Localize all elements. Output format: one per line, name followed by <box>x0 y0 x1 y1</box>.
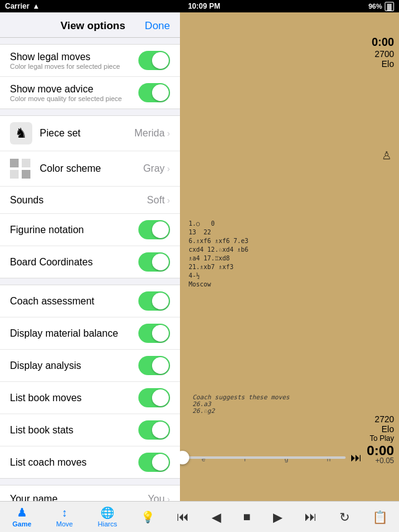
row-piece-set[interactable]: ♞ Piece set Merida › <box>0 116 180 151</box>
bottom-bar: ♟ Game ↕ Move 🌐 Hiarcs 💡 ⏮ ◀ ■ ▶ ⏭ ↻ 📋 <box>0 501 399 532</box>
color-scheme-label: Color scheme <box>40 163 143 174</box>
top-time: 0:00 <box>361 36 394 49</box>
skip-end-icon[interactable]: ⏭ <box>351 451 362 464</box>
color-scheme-icon <box>10 157 32 180</box>
time-label: 10:09 PM <box>188 2 220 11</box>
notation-area: 1.○ 0 13 22 6.♗xf6 ♗xf6 7.e3 cxd4 12.♘xd… <box>186 217 399 464</box>
figurine-notation-label: Figurine notation <box>10 224 138 236</box>
carrier-label: Carrier <box>5 2 29 11</box>
list-coach-moves-label: List coach moves <box>10 457 138 468</box>
section-toggles-top: Show legal moves Color legal moves for s… <box>0 44 180 109</box>
row-show-move-advice[interactable]: Show move advice Color move quality for … <box>0 77 180 109</box>
show-legal-moves-toggle[interactable] <box>138 51 170 70</box>
next-move-button[interactable]: ▶ <box>269 507 286 527</box>
done-button[interactable]: Done <box>145 20 170 32</box>
show-legal-moves-label: Show legal moves <box>10 51 91 62</box>
display-material-balance-label: Display material balance <box>10 328 138 339</box>
coach-suggestion: Coach suggests these moves 26.a3 26.♘g2 <box>192 394 397 414</box>
hiarcs-icon: 🌐 <box>101 506 114 520</box>
top-elo: 2700 Elo <box>361 49 394 69</box>
sounds-value: Soft <box>147 195 164 206</box>
wifi-icon: ▲ <box>32 2 40 11</box>
board-coordinates-label: Board Coordinates <box>10 257 138 268</box>
show-move-advice-toggle[interactable] <box>138 83 170 102</box>
figurine-notation-toggle[interactable] <box>138 220 170 239</box>
sounds-chevron-icon: › <box>167 195 170 205</box>
tab-move-label: Move <box>56 520 73 528</box>
panel-header: View options Done <box>0 12 180 38</box>
color-scheme-chevron-icon: › <box>167 164 170 174</box>
move-icon: ↕ <box>62 507 68 520</box>
section-appearance: ♞ Piece set Merida › Color scheme Gray ›… <box>0 115 180 278</box>
skip-end-button[interactable]: ⏭ <box>301 507 321 526</box>
show-legal-moves-sublabel: Color legal moves for selected piece <box>10 63 138 70</box>
row-display-analysis[interactable]: Display analysis <box>0 350 180 382</box>
row-list-book-stats[interactable]: List book stats <box>0 414 180 446</box>
board-coordinates-toggle[interactable] <box>138 252 170 272</box>
clipboard-icon[interactable]: 📋 <box>369 507 392 527</box>
color-scheme-value: Gray <box>143 163 165 174</box>
row-figurine-notation[interactable]: Figurine notation <box>0 214 180 246</box>
eval-label: +0.05 <box>375 456 394 465</box>
tab-game[interactable]: ♟ Game <box>7 503 37 530</box>
tab-move[interactable]: ↕ Move <box>52 504 78 530</box>
row-show-legal-moves[interactable]: Show legal moves Color legal moves for s… <box>0 45 180 77</box>
panel-title: View options <box>41 20 145 32</box>
tab-hiarcs-label: Hiarcs <box>98 520 117 528</box>
list-book-moves-label: List book moves <box>10 392 138 404</box>
row-board-coordinates[interactable]: Board Coordinates <box>0 246 180 278</box>
row-display-material-balance[interactable]: Display material balance <box>0 317 180 350</box>
piece-set-value: Merida <box>134 128 164 139</box>
tab-game-label: Game <box>12 520 32 528</box>
list-coach-moves-toggle[interactable] <box>138 453 170 472</box>
row-coach-assessment[interactable]: Coach assessment <box>0 285 180 317</box>
your-name-label: Your name <box>10 494 148 501</box>
list-book-stats-toggle[interactable] <box>138 420 170 440</box>
bulb-icon[interactable]: 💡 <box>137 508 158 526</box>
row-your-name[interactable]: Your name You › <box>0 485 180 501</box>
skip-start-button[interactable]: ⏮ <box>173 507 193 526</box>
row-list-book-moves[interactable]: List book moves <box>0 382 180 414</box>
list-book-stats-label: List book stats <box>10 425 138 436</box>
show-move-advice-sublabel: Color move quality for selected piece <box>10 95 138 102</box>
tab-hiarcs[interactable]: 🌐 Hiarcs <box>93 503 122 530</box>
row-list-coach-moves[interactable]: List coach moves <box>0 446 180 478</box>
list-book-moves-toggle[interactable] <box>138 388 170 407</box>
piece-set-chevron-icon: › <box>167 128 170 138</box>
show-move-advice-label: Show move advice <box>10 84 93 94</box>
display-analysis-label: Display analysis <box>10 360 138 371</box>
row-color-scheme[interactable]: Color scheme Gray › <box>0 151 180 187</box>
display-analysis-toggle[interactable] <box>138 356 170 375</box>
prev-move-button[interactable]: ◀ <box>208 507 225 527</box>
piece-set-icon: ♞ <box>10 122 32 144</box>
piece-set-label: Piece set <box>40 128 134 139</box>
coach-assessment-label: Coach assessment <box>10 296 138 307</box>
coach-assessment-toggle[interactable] <box>138 291 170 311</box>
battery-label: 96% <box>369 2 382 10</box>
display-material-balance-toggle[interactable] <box>138 324 170 343</box>
section-analysis: Coach assessment Display material balanc… <box>0 285 180 479</box>
options-panel: View options Done Show legal moves Color… <box>0 12 180 501</box>
row-sounds[interactable]: Sounds Soft › <box>0 187 180 214</box>
decorative-piece: ♙ <box>382 149 392 162</box>
status-bar: Carrier ▲ 10:09 PM 96% ▓ <box>0 0 399 12</box>
sounds-label: Sounds <box>10 195 147 206</box>
game-icon: ♟ <box>17 506 27 520</box>
your-name-value: You <box>148 494 164 501</box>
section-your-name: Your name You › <box>0 485 180 501</box>
stop-button[interactable]: ■ <box>240 507 254 526</box>
battery-icon: ▓ <box>385 2 394 11</box>
rotate-button[interactable]: ↻ <box>336 507 354 527</box>
your-name-chevron-icon: › <box>167 494 170 501</box>
